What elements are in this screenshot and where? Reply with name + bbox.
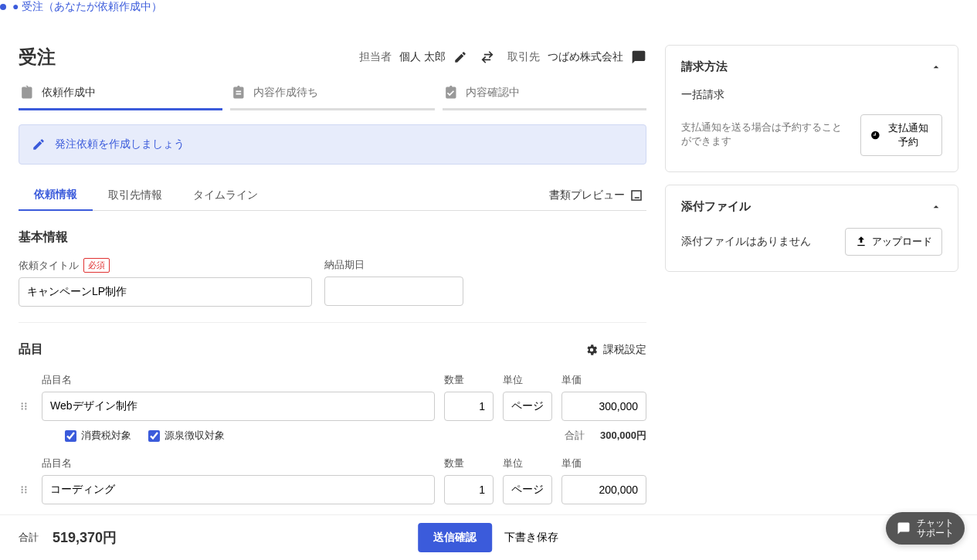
svg-point-1	[25, 402, 26, 404]
svg-point-9	[25, 489, 26, 490]
delivery-label: 納品期日	[324, 258, 365, 272]
svg-point-3	[25, 406, 26, 407]
chat-bubble-icon	[897, 521, 911, 535]
save-draft-button[interactable]: 下書き保存	[504, 531, 558, 545]
basic-section-heading: 基本情報	[19, 229, 646, 246]
edit-assignee-icon[interactable]	[453, 50, 467, 64]
page-title: 受注	[19, 45, 56, 70]
clipboard-icon	[19, 85, 34, 100]
payment-schedule-button[interactable]: 支払通知予約	[860, 114, 942, 156]
check-icon	[443, 85, 458, 100]
preview-icon	[629, 188, 643, 202]
status-tag: ● 受注（あなたが依頼作成中）	[0, 0, 977, 14]
chevron-up-icon	[930, 61, 942, 73]
upload-icon	[855, 236, 867, 248]
document-icon	[230, 85, 246, 100]
drag-handle-icon[interactable]	[19, 456, 32, 495]
svg-point-6	[22, 486, 23, 487]
status-dot-icon	[0, 4, 6, 10]
upload-button[interactable]: アップロード	[845, 228, 942, 256]
tab-request-info[interactable]: 依頼情報	[19, 180, 93, 211]
submit-confirm-button[interactable]: 送信確認	[418, 523, 492, 552]
item-row: 品目名 数量 単位 単価	[19, 373, 646, 456]
chevron-up-icon	[930, 201, 942, 213]
footer-bar: 合計 519,370円 送信確認 下書き保存	[0, 514, 977, 560]
drag-handle-icon[interactable]	[19, 373, 32, 412]
withholding-checkbox[interactable]: 源泉徴収対象	[148, 429, 225, 443]
total-value: 519,370円	[53, 528, 117, 547]
billing-method: 一括請求	[681, 88, 942, 102]
pencil-icon	[32, 137, 46, 151]
tax-checkbox[interactable]: 消費税対象	[65, 429, 131, 443]
billing-card: 請求方法 一括請求 支払通知を送る場合は予約することができます 支払通知予約	[665, 45, 958, 172]
tab-timeline[interactable]: タイムライン	[178, 181, 273, 210]
progress-steps: 依頼作成中 内容作成待ち 内容確認中	[19, 85, 646, 110]
svg-point-2	[22, 406, 23, 407]
item-name-input[interactable]	[42, 392, 435, 421]
item-subtotal: 300,000円	[600, 429, 646, 443]
svg-point-10	[22, 491, 23, 493]
item-price-input[interactable]	[561, 392, 646, 421]
swap-icon[interactable]	[480, 49, 495, 65]
svg-point-11	[25, 491, 26, 493]
items-section-heading: 品目	[19, 341, 43, 358]
item-qty-input[interactable]	[444, 392, 494, 421]
svg-point-0	[22, 402, 23, 404]
tax-settings-button[interactable]: 課税設定	[585, 343, 646, 357]
svg-point-7	[25, 486, 26, 487]
attachments-card-header[interactable]: 添付ファイル	[666, 185, 958, 228]
partner-name: つばめ株式会社	[548, 50, 623, 64]
title-label: 依頼タイトル	[19, 259, 79, 273]
item-name-input[interactable]	[42, 475, 435, 504]
status-text: ● 受注（あなたが依頼作成中）	[12, 0, 162, 14]
svg-point-5	[25, 408, 26, 409]
partner-label: 取引先	[507, 50, 540, 64]
chat-support-widget[interactable]: チャット サポート	[886, 512, 965, 545]
item-row: 品目名 数量 単位 単価	[19, 456, 646, 504]
item-unit-input[interactable]	[503, 392, 552, 421]
clock-icon	[870, 129, 880, 141]
assignee-label: 担当者	[359, 50, 392, 64]
chat-icon[interactable]	[631, 49, 646, 65]
cta-banner: 発注依頼を作成しましょう	[19, 124, 646, 165]
divider	[19, 322, 646, 323]
delivery-date-input[interactable]	[324, 277, 463, 306]
item-price-input[interactable]	[561, 475, 646, 504]
assignee-name: 個人 太郎	[399, 50, 446, 64]
total-label: 合計	[19, 531, 39, 545]
required-badge: 必須	[83, 258, 110, 273]
billing-card-header[interactable]: 請求方法	[666, 46, 958, 88]
step-review[interactable]: 内容確認中	[443, 85, 646, 110]
svg-point-8	[22, 489, 23, 490]
gear-icon	[585, 343, 599, 357]
attachments-empty: 添付ファイルはありません	[681, 235, 811, 249]
tab-partner-info[interactable]: 取引先情報	[93, 181, 178, 210]
item-qty-input[interactable]	[444, 475, 494, 504]
step-waiting[interactable]: 内容作成待ち	[230, 85, 434, 110]
request-title-input[interactable]	[19, 277, 312, 307]
svg-point-4	[22, 408, 23, 409]
item-unit-input[interactable]	[503, 475, 552, 504]
attachments-card: 添付ファイル 添付ファイルはありません アップロード	[665, 185, 958, 272]
step-draft[interactable]: 依頼作成中	[19, 85, 222, 110]
document-preview-link[interactable]: 書類プレビュー	[546, 181, 646, 210]
tabs: 依頼情報 取引先情報 タイムライン 書類プレビュー	[19, 180, 646, 211]
